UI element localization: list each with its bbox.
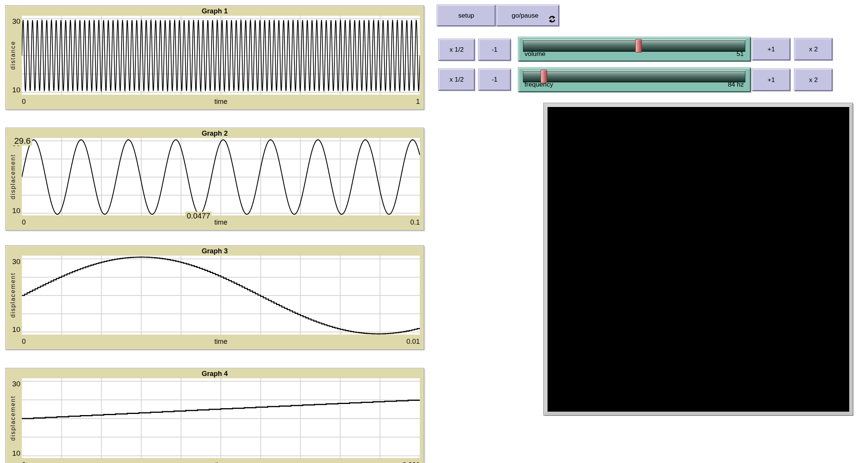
- volume-slider-track[interactable]: [523, 40, 745, 52]
- y-axis-label: displacement: [7, 378, 19, 458]
- button-label: x 2: [809, 76, 818, 84]
- x-tick-max: 0.1: [410, 218, 420, 227]
- setup-button-label: setup: [458, 12, 474, 20]
- plot-title: Graph 3: [6, 247, 424, 255]
- x-tick-max: 1: [416, 98, 420, 106]
- x-axis-row: 0 time 0.001: [22, 461, 420, 463]
- button-label: x 2: [809, 46, 818, 53]
- plot-area: [22, 16, 420, 95]
- volume-minus-one-button[interactable]: -1: [478, 39, 511, 61]
- frequency-plus-one-button[interactable]: +1: [752, 69, 790, 91]
- y-axis-label: displacement: [7, 256, 19, 335]
- volume-slider-handle[interactable]: [635, 39, 642, 53]
- volume-plus-one-button[interactable]: +1: [752, 38, 790, 60]
- plot-panel-graph-2: Graph 2 displacement 30 10 0 time 0.1 29…: [5, 128, 424, 230]
- x-axis-row: 0 time 0.01: [22, 338, 420, 347]
- y-tick-max: 30: [6, 17, 20, 26]
- plot-panel-graph-4: Graph 4 displacement 30 10 0 time 0.001: [5, 368, 424, 463]
- y-tick-min: 10: [6, 325, 20, 334]
- frequency-double-button[interactable]: x 2: [794, 69, 832, 91]
- x-axis-label: time: [22, 98, 420, 106]
- x-tick-max: 0.01: [406, 338, 420, 346]
- setup-button[interactable]: setup: [437, 5, 495, 26]
- plot-canvas: [22, 256, 420, 335]
- y-tick-max: 30: [6, 380, 20, 388]
- plot-area: [22, 256, 420, 335]
- frequency-slider-track[interactable]: [523, 71, 745, 82]
- plot-canvas: [22, 378, 420, 458]
- button-label: x 1/2: [450, 46, 464, 54]
- volume-slider-label: volume: [524, 50, 546, 58]
- plot-title: Graph 1: [6, 7, 424, 15]
- plot-value-readout: 29.6: [13, 136, 32, 146]
- plot-panel-graph-3: Graph 3 displacement 30 10 0 time 0.01: [5, 245, 424, 350]
- go-pause-button[interactable]: go/pause: [496, 5, 559, 26]
- frequency-slider[interactable]: frequency 84 hz: [518, 68, 751, 92]
- x-axis-row: 0 time 1: [22, 98, 420, 107]
- frequency-minus-one-button[interactable]: -1: [478, 69, 511, 90]
- x-axis-row: 0 time 0.1: [22, 218, 420, 228]
- plot-panel-graph-1: Graph 1 distance 30 10 0 time 1: [5, 5, 424, 110]
- x-tick-max: 0.001: [403, 461, 420, 463]
- plot-title: Graph 4: [6, 370, 424, 378]
- button-label: +1: [768, 76, 775, 84]
- x-axis-label: time: [22, 461, 420, 463]
- button-label: +1: [768, 46, 775, 53]
- x-axis-label: time: [22, 338, 420, 346]
- button-label: -1: [492, 76, 497, 84]
- y-tick-min: 10: [6, 449, 20, 458]
- y-tick-min: 10: [6, 86, 20, 94]
- x-axis-label: time: [22, 218, 420, 227]
- volume-double-button[interactable]: x 2: [794, 38, 832, 60]
- plot-canvas: [22, 16, 420, 95]
- plot-canvas: [22, 138, 420, 215]
- frequency-slider-label: frequency: [524, 81, 553, 89]
- plot-area: [22, 138, 420, 215]
- forever-loop-icon: [549, 16, 556, 23]
- plot-value-readout: 0.0477: [185, 212, 212, 220]
- world-view: [544, 103, 853, 415]
- plot-area: [22, 378, 420, 458]
- button-label: -1: [492, 46, 497, 54]
- frequency-slider-value: 84 hz: [728, 81, 744, 89]
- y-axis-label: displacement: [7, 138, 19, 215]
- y-tick-max: 30: [6, 258, 20, 266]
- netlogo-sound-wave-app: { "toolbar": { "setup_label": "setup", "…: [0, 0, 868, 463]
- y-axis-label: distance: [7, 16, 19, 95]
- button-label: x 1/2: [450, 76, 464, 84]
- volume-slider-value: 51: [736, 50, 744, 58]
- volume-slider[interactable]: volume 51: [518, 37, 751, 61]
- plot-title: Graph 2: [6, 130, 424, 138]
- frequency-halve-button[interactable]: x 1/2: [439, 69, 475, 90]
- go-pause-button-label: go/pause: [512, 12, 539, 20]
- y-tick-min: 10: [6, 207, 20, 215]
- volume-halve-button[interactable]: x 1/2: [439, 39, 475, 61]
